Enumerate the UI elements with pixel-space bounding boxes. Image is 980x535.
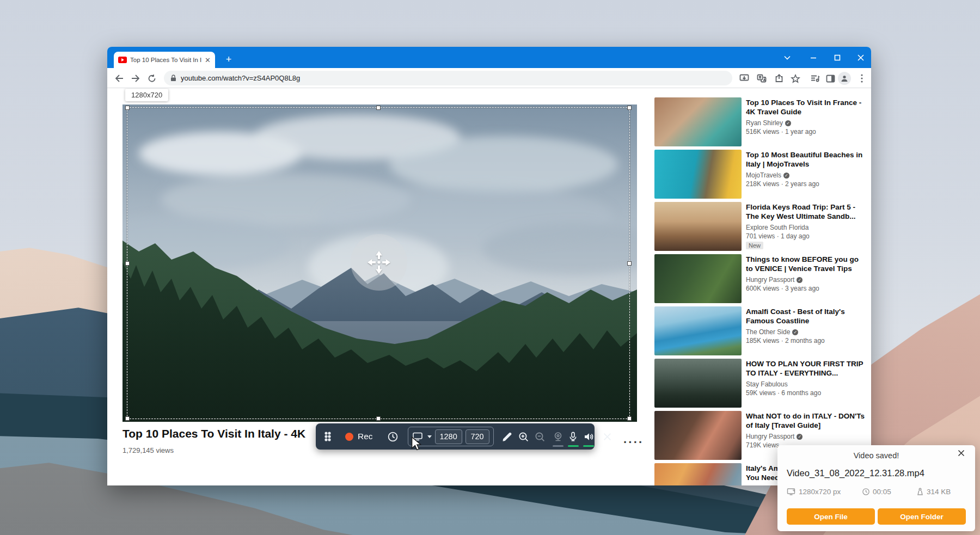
verified-badge-icon <box>785 120 791 126</box>
microphone-toggle[interactable] <box>566 426 581 447</box>
webcam-toggle[interactable] <box>550 426 566 447</box>
related-video-item[interactable]: Top 10 Places To Visit In France - 4K Tr… <box>654 97 868 146</box>
channel-name: Explore South Florida <box>746 224 808 231</box>
related-video-title: What NOT to do in ITALY - DON'Ts of Ital… <box>746 411 866 430</box>
width-input[interactable]: 1280 <box>435 429 462 444</box>
height-input[interactable]: 720 <box>465 429 489 444</box>
url-text: youtube.com/watch?v=zS4AP0Q8L8g <box>181 74 300 82</box>
duration-clock-icon <box>862 488 870 496</box>
selection-handle-se[interactable] <box>627 416 632 421</box>
verified-badge-icon <box>783 173 789 179</box>
zoom-in-icon[interactable] <box>517 426 531 447</box>
drag-handle-icon[interactable] <box>323 426 332 447</box>
video-thumbnail[interactable] <box>654 411 742 460</box>
related-videos-list: Top 10 Places To Visit In France - 4K Tr… <box>654 97 868 485</box>
recorder-toolbar: Rec 1280 720 <box>316 423 595 450</box>
channel-name: Stay Fabulous <box>746 380 788 388</box>
video-saved-notification: Video saved! Video_31_08_2022_12.31.28.m… <box>777 445 975 531</box>
mouse-cursor <box>410 436 422 451</box>
channel-name: Hungry Passport <box>746 276 794 284</box>
more-options-dots[interactable]: ···· <box>623 435 644 450</box>
browser-tab[interactable]: Top 10 Places To Visit In Italy - 4K ✕ <box>114 52 215 68</box>
video-meta: 600K views · 3 years ago <box>746 285 866 292</box>
new-badge: New <box>746 242 763 249</box>
lock-icon <box>170 75 176 82</box>
install-icon[interactable] <box>738 72 751 85</box>
recording-selection-area[interactable] <box>127 107 630 419</box>
related-video-title: Things to know BEFORE you go to VENICE |… <box>746 255 866 273</box>
saved-filename: Video_31_08_2022_12.31.28.mp4 <box>787 468 924 478</box>
video-meta: 218K views · 2 years ago <box>746 180 866 188</box>
saved-duration: 00:05 <box>873 488 891 496</box>
browser-titlebar: Top 10 Places To Visit In Italy - 4K ✕ + <box>107 47 871 68</box>
related-video-item[interactable]: HOW TO PLAN YOUR FIRST TRIP TO ITALY - E… <box>654 359 868 408</box>
video-thumbnail[interactable] <box>654 97 742 146</box>
zoom-out-icon[interactable] <box>533 426 547 447</box>
address-bar[interactable]: youtube.com/watch?v=zS4AP0Q8L8g <box>164 71 732 85</box>
verified-badge-icon <box>797 277 803 283</box>
video-thumbnail[interactable] <box>654 254 742 303</box>
video-view-count: 1,729,145 views <box>122 446 174 454</box>
open-file-button[interactable]: Open File <box>787 508 875 525</box>
video-thumbnail[interactable] <box>654 150 742 199</box>
related-video-item[interactable]: Florida Keys Road Trip: Part 5 - The Key… <box>654 202 868 251</box>
related-video-title: Florida Keys Road Trip: Part 5 - The Key… <box>746 202 866 221</box>
browser-menu-icon[interactable] <box>855 72 868 85</box>
selection-handle-w[interactable] <box>125 261 130 266</box>
related-video-item[interactable]: Things to know BEFORE you go to VENICE |… <box>654 254 868 303</box>
share-icon[interactable] <box>773 72 786 85</box>
related-video-item[interactable]: Top 10 Most Beautiful Beaches in Italy |… <box>654 150 868 199</box>
selection-handle-ne[interactable] <box>627 106 632 110</box>
video-meta: 185K views · 2 months ago <box>746 337 866 345</box>
forward-button[interactable] <box>129 72 142 85</box>
bookmark-star-icon[interactable] <box>789 72 802 85</box>
open-folder-button[interactable]: Open Folder <box>878 508 966 525</box>
selection-size-tooltip: 1280x720 <box>125 89 168 101</box>
channel-name: Hungry Passport <box>746 433 794 440</box>
browser-navbar: youtube.com/watch?v=zS4AP0Q8L8g <box>107 68 871 88</box>
translate-icon[interactable] <box>755 72 768 85</box>
browser-window: Top 10 Places To Visit In Italy - 4K ✕ + <box>107 47 871 485</box>
video-thumbnail[interactable] <box>654 359 742 408</box>
maximize-button[interactable] <box>829 52 846 63</box>
notification-close-icon[interactable] <box>958 449 969 460</box>
video-thumbnail[interactable] <box>654 306 742 355</box>
resolution-icon <box>787 488 796 496</box>
related-video-title: Amalfi Coast - Best of Italy's Famous Co… <box>746 307 866 325</box>
selection-handle-n[interactable] <box>376 106 381 110</box>
timer-clock-icon[interactable] <box>386 426 400 447</box>
video-title: Top 10 Places To Visit In Italy - 4K <box>122 427 305 440</box>
selection-handle-nw[interactable] <box>125 106 130 110</box>
notification-title: Video saved! <box>777 451 975 460</box>
microphone-level-bar <box>568 445 579 447</box>
back-button[interactable] <box>113 72 126 85</box>
move-selection-icon[interactable] <box>365 248 393 276</box>
webcam-level-bar <box>553 445 564 447</box>
channel-name: MojoTravels <box>746 171 781 179</box>
media-controls-icon[interactable] <box>808 72 822 85</box>
video-thumbnail[interactable] <box>654 463 742 485</box>
desktop: Top 10 Places To Visit In Italy - 4K ✕ + <box>0 0 980 535</box>
profile-avatar[interactable] <box>838 72 851 85</box>
new-tab-button[interactable]: + <box>223 54 235 66</box>
record-button[interactable]: Rec <box>345 426 373 447</box>
minimize-button[interactable] <box>805 52 822 63</box>
selection-handle-sw[interactable] <box>125 416 130 421</box>
video-meta: 59K views · 6 months ago <box>746 389 866 397</box>
side-panel-icon[interactable] <box>824 72 837 85</box>
display-dropdown-caret-icon[interactable] <box>427 435 432 438</box>
tab-search-icon[interactable] <box>779 52 795 63</box>
record-dot-icon <box>345 433 353 441</box>
speaker-toggle[interactable] <box>581 426 596 447</box>
tab-close-icon[interactable]: ✕ <box>205 57 211 64</box>
annotate-pencil-icon[interactable] <box>500 426 514 447</box>
reload-button[interactable] <box>145 72 158 85</box>
related-video-item[interactable]: Amalfi Coast - Best of Italy's Famous Co… <box>654 306 868 355</box>
video-thumbnail[interactable] <box>654 202 742 251</box>
related-video-title: Top 10 Places To Visit In France - 4K Tr… <box>746 98 866 116</box>
related-video-title: Top 10 Most Beautiful Beaches in Italy |… <box>746 150 866 169</box>
close-recorder-icon[interactable] <box>601 426 615 447</box>
close-window-button[interactable] <box>853 52 869 63</box>
selection-handle-e[interactable] <box>627 261 632 266</box>
selection-handle-s[interactable] <box>376 416 381 421</box>
